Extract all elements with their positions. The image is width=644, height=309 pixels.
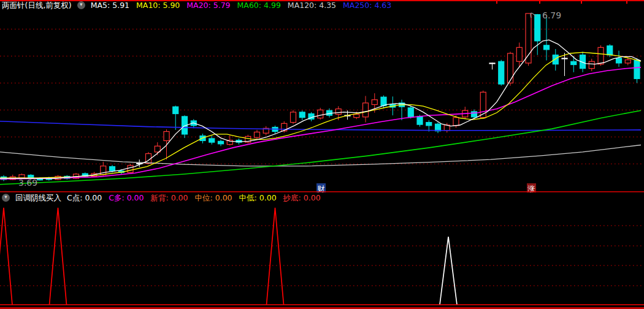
legend-item: 中位: 0.00 bbox=[195, 193, 232, 202]
candle-body bbox=[453, 118, 459, 126]
candle-body bbox=[499, 61, 504, 84]
candle-body bbox=[299, 112, 305, 118]
main-chart-header: 两面针(日线,前复权) ▾ MA5: 5.91MA10: 5.90MA20: 5… bbox=[2, 1, 391, 10]
candle-body bbox=[516, 47, 522, 61]
ma-legend: MA5: 5.91MA10: 5.90MA20: 5.79MA60: 4.99M… bbox=[91, 1, 392, 10]
candle-body bbox=[417, 116, 423, 124]
collapse-chevron-icon[interactable]: ▾ bbox=[77, 1, 85, 9]
candle-body bbox=[598, 47, 604, 64]
candle-body bbox=[372, 100, 377, 105]
legend-item: 抄底: 0.00 bbox=[283, 193, 321, 202]
candle-body bbox=[318, 110, 323, 118]
candle-body bbox=[218, 141, 224, 143]
red-signal-spike bbox=[267, 208, 284, 305]
candle-body bbox=[571, 61, 577, 64]
candle-body bbox=[381, 97, 386, 105]
legend-item: 中低: 0.00 bbox=[239, 193, 277, 202]
candle-body bbox=[535, 15, 540, 41]
red-signal-spike bbox=[50, 208, 67, 305]
candle-body bbox=[209, 139, 215, 142]
candle-body bbox=[544, 45, 550, 50]
candles-group bbox=[1, 13, 640, 181]
candle-body bbox=[508, 53, 513, 83]
indicator-header: ▾ 回调阴线买入 C点: 0.00C多: 0.00新背: 0.00中位: 0.0… bbox=[2, 193, 321, 202]
legend-item: C多: 0.00 bbox=[109, 193, 144, 202]
candle-body bbox=[110, 167, 115, 171]
legend-item: MA60: 4.99 bbox=[237, 1, 281, 10]
candle-body bbox=[634, 60, 640, 78]
candle-body bbox=[607, 46, 613, 55]
ma-line-ma120 bbox=[0, 145, 641, 166]
candle-body bbox=[46, 179, 52, 180]
red-signal-spike bbox=[0, 208, 12, 305]
legend-item: MA250: 4.63 bbox=[343, 1, 391, 10]
high-price-label: 6.79 bbox=[542, 10, 561, 20]
candle-body bbox=[616, 58, 622, 63]
low-price-label: 3.69 bbox=[18, 178, 37, 188]
ma-line-ma20 bbox=[0, 67, 641, 179]
candle-body bbox=[589, 61, 594, 68]
candle-body bbox=[489, 63, 495, 64]
candle-body bbox=[173, 107, 178, 113]
tdx-chart-window: 两面针(日线,前复权) ▾ MA5: 5.91MA10: 5.90MA20: 5… bbox=[0, 0, 644, 309]
watermark-text: 财 bbox=[318, 185, 325, 193]
legend-item: 新背: 0.00 bbox=[151, 193, 188, 202]
candle-body bbox=[408, 108, 413, 117]
indicator-title: 回调阴线买入 bbox=[15, 193, 61, 202]
candle-body bbox=[164, 132, 169, 141]
watermark-text: 涨 bbox=[527, 185, 535, 193]
legend-item: MA20: 5.79 bbox=[186, 1, 230, 10]
legend-item: MA120: 4.35 bbox=[288, 1, 336, 10]
candle-body bbox=[128, 166, 133, 172]
candle-body bbox=[354, 114, 359, 117]
candle-body bbox=[291, 112, 296, 123]
ma-line-ma250 bbox=[0, 121, 641, 131]
candle-body bbox=[625, 60, 631, 63]
candle-body bbox=[426, 123, 432, 126]
candle-body bbox=[553, 55, 558, 64]
indicator-signal-chart[interactable] bbox=[0, 193, 644, 309]
collapse-chevron-icon[interactable]: ▾ bbox=[2, 194, 10, 202]
candle-body bbox=[255, 132, 260, 137]
legend-item: C点: 0.00 bbox=[67, 193, 102, 202]
white-signal-spike bbox=[440, 237, 457, 305]
stock-title: 两面针(日线,前复权) bbox=[2, 1, 72, 10]
legend-item: MA5: 5.91 bbox=[91, 1, 129, 10]
legend-item: MA10: 5.90 bbox=[136, 1, 180, 10]
candle-body bbox=[335, 109, 341, 115]
candle-body bbox=[363, 103, 369, 117]
indicator-params: C点: 0.00C多: 0.00新背: 0.00中位: 0.00中低: 0.00… bbox=[67, 193, 321, 202]
candle-body bbox=[562, 58, 567, 59]
main-candlestick-chart[interactable]: 6.793.69财涨 bbox=[0, 0, 644, 193]
